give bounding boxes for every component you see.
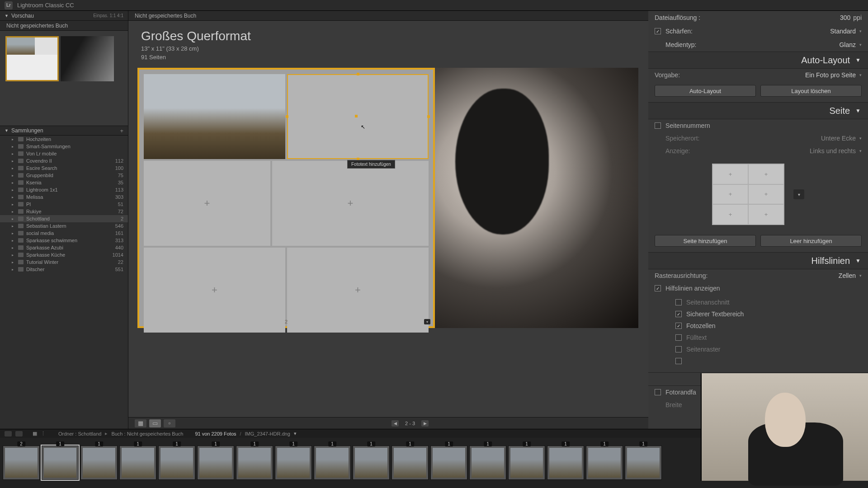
pagenum-checkbox[interactable] [655,122,661,129]
chevron-updown-icon[interactable]: ▾ [859,273,862,278]
add-page-button[interactable]: Seite hinzufügen [655,235,756,247]
layout-template[interactable]: ++++++ [712,164,784,225]
filmstrip-thumb[interactable]: 1 [625,446,662,480]
collection-item[interactable]: ▸Ksenia35 [0,179,128,186]
photocells-checkbox[interactable] [675,323,682,329]
show-guides-checkbox[interactable] [655,285,661,291]
filmstrip-thumb[interactable]: 1 [197,446,234,480]
next-page-button[interactable]: ▶ [421,420,429,427]
collection-item[interactable]: ▸Melissa303 [0,193,128,201]
collections-header[interactable]: ▼ Sammlungen + [0,126,128,136]
zoom-buttons[interactable]: Einpas. 1:1 4:1 [93,13,123,18]
filmstrip-thumb[interactable]: 1 [547,446,584,480]
page-count: 91 Seiten [141,54,636,61]
guides-section-header[interactable]: Hilfslinien ▼ [648,252,868,269]
photo-cell-5[interactable]: + [144,248,285,333]
photo-cell-6[interactable]: + [287,248,429,333]
preview-thumb-right[interactable] [61,36,114,81]
filmstrip-thumb[interactable]: 1 [42,446,79,480]
collection-item[interactable]: ▸Ditscher551 [0,266,128,273]
resize-handle[interactable] [427,115,430,118]
safetext-checkbox[interactable] [675,311,682,317]
filmstrip-thumb[interactable]: 1 [314,446,351,480]
secondary-display-icon[interactable] [15,431,23,436]
folder-crumb[interactable]: Ordner : Schottland [58,431,101,436]
filmstrip-thumb[interactable]: 1 [469,446,506,480]
layout-dropdown-button[interactable]: ▾ [793,189,804,199]
resolution-value[interactable]: 300 [840,14,850,21]
extra-checkbox[interactable] [675,358,682,364]
clear-layout-button[interactable]: Layout löschen [760,85,862,97]
autolayout-section-header[interactable]: Auto-Layout ▼ [648,52,868,69]
book-crumb[interactable]: Buch : Nicht gespeichertes Buch [111,431,183,436]
prev-page-button[interactable]: ◀ [392,420,399,427]
page-section-header[interactable]: Seite ▼ [648,102,868,119]
collection-item[interactable]: ▸Von Lr mobile [0,150,128,157]
collection-name: Sparkasse schwimmen [26,238,115,243]
resize-handle[interactable] [286,115,288,118]
page-title: Großes Querformat [141,29,636,43]
collection-item[interactable]: ▸Sparkasse Azubi440 [0,244,128,251]
collection-item[interactable]: ▸Covendro II112 [0,157,128,164]
options-icon[interactable]: ⋮ [41,431,46,436]
filmstrip-thumb[interactable]: 1 [158,446,195,480]
preview-thumb-left[interactable] [5,36,59,81]
filmstrip-thumb[interactable]: 1 [430,446,467,480]
nav-thumb-icon[interactable] [5,431,12,436]
autolayout-button[interactable]: Auto-Layout [655,85,756,97]
filmstrip-thumb[interactable]: 1 [392,446,429,480]
collection-item[interactable]: ▸Lightroom 1x1113 [0,186,128,193]
book-page-left[interactable]: + + + + ↖ Fototext hinzufügen 2 ▾ [137,68,435,328]
pagegrid-checkbox[interactable] [675,346,682,352]
photo-cell-1[interactable] [144,74,285,159]
view-spread-button[interactable]: ▭ [149,419,161,427]
photo-cell-3[interactable]: + [144,161,270,246]
resize-handle[interactable] [357,73,359,75]
grid-value[interactable]: Zellen [839,272,856,279]
center-handle[interactable] [355,115,358,117]
app-title: Lightroom Classic CC [17,2,74,9]
collection-item[interactable]: ▸Smart-Sammlungen [0,143,128,150]
collection-item[interactable]: ▸Escire Search100 [0,164,128,172]
filmstrip-thumb[interactable]: 1 [586,446,623,480]
media-value[interactable]: Glanz [839,41,856,48]
border-checkbox[interactable] [655,389,661,395]
grid-icon[interactable]: ▦ [33,431,37,436]
collection-item[interactable]: ▸Sparkasse Küche1014 [0,251,128,258]
filmstrip-thumb[interactable]: 1 [236,446,273,480]
collection-item[interactable]: ▸Schottland2 [0,215,128,222]
filmstrip-thumb[interactable]: 1 [275,446,312,480]
bleed-checkbox[interactable] [675,299,682,305]
preset-value[interactable]: Ein Foto pro Seite [805,71,856,79]
collection-item[interactable]: ▸Sparkasse schwimmen313 [0,237,128,244]
add-caption-tooltip[interactable]: Fototext hinzufügen [347,160,395,169]
page-layout-dropdown[interactable]: ▾ [424,319,430,324]
chevron-updown-icon[interactable]: ▾ [859,73,862,77]
collection-item[interactable]: ▸Sebastian Lastern546 [0,222,128,230]
collection-item[interactable]: ▸Rukiye72 [0,208,128,215]
add-collection-icon[interactable]: + [120,127,123,134]
collection-item[interactable]: ▸social media161 [0,230,128,237]
book-page-right[interactable]: 3 [435,68,638,328]
sharpen-checkbox[interactable] [655,28,661,34]
collection-item[interactable]: ▸Hochzeiten [0,136,128,143]
add-blank-button[interactable]: Leer hinzufügen [760,235,862,247]
collection-item[interactable]: ▸Tutorial Winter22 [0,258,128,266]
filmstrip-thumb[interactable]: 1 [353,446,390,480]
view-single-button[interactable]: ▫ [164,419,175,427]
filmstrip-thumb[interactable]: 1 [508,446,545,480]
collection-item[interactable]: ▸PI51 [0,201,128,208]
filmstrip-thumb[interactable]: 1 [80,446,118,480]
filmstrip-thumb[interactable]: 2 [3,446,40,480]
chevron-updown-icon[interactable]: ▾ [859,29,862,33]
view-grid-button[interactable]: ▦ [135,419,146,427]
chevron-updown-icon[interactable]: ▾ [859,42,862,47]
collection-item[interactable]: ▸Gruppenbild75 [0,172,128,179]
photo-cell-4[interactable]: + [272,161,429,246]
pager: ◀ 2 - 3 ▶ [392,420,429,427]
filmstrip-thumb[interactable]: 1 [119,446,156,480]
sharpen-value[interactable]: Standard [830,28,856,35]
filltext-checkbox[interactable] [675,334,682,341]
photo-cell-2-selected[interactable] [287,74,429,159]
preview-header[interactable]: ▼ Vorschau Einpas. 1:1 4:1 [0,11,128,21]
